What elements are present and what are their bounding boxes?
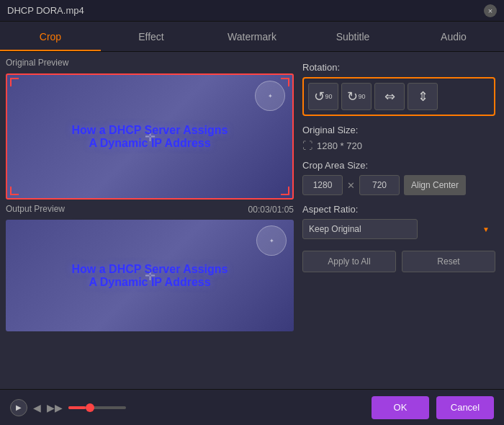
final-buttons: OK Cancel	[372, 396, 494, 419]
ok-button[interactable]: OK	[372, 396, 429, 419]
cancel-button[interactable]: Cancel	[436, 396, 494, 419]
rotate-ccw-button[interactable]: ↺90	[308, 83, 338, 110]
output-preview-label: Output Preview	[6, 204, 65, 214]
tab-crop[interactable]: Crop	[0, 22, 101, 51]
tab-watermark[interactable]: Watermark	[202, 22, 302, 51]
original-preview-label: Original Preview	[6, 58, 294, 68]
rotation-buttons-group: ↺90 ↻90 ⇔ ⇕	[302, 77, 495, 116]
original-preview-box: ✦ ✛ How a DHCP Server Assigns A Dynamic …	[6, 73, 294, 200]
crop-area-section: Crop Area Size: ✕ Align Center	[302, 160, 495, 195]
watermark-original: ✦	[255, 81, 285, 111]
output-preview-box: ✦ ✛ How a DHCP Server Assigns A Dynamic …	[6, 220, 294, 331]
corner-tl	[10, 78, 19, 86]
flip-vertical-button[interactable]: ⇕	[408, 83, 438, 110]
timecode: 00:03/01:05	[248, 205, 294, 215]
aspect-select-wrapper: Keep Original 16:9 4:3 1:1 9:16 ▼	[302, 219, 495, 239]
playback-controls: ▶ ◀ ▶▶	[10, 399, 126, 416]
original-size-section: Original Size: ⛶ 1280 * 720	[302, 125, 495, 151]
align-center-button[interactable]: Align Center	[404, 175, 466, 195]
corner-bl	[10, 187, 19, 195]
tab-audio[interactable]: Audio	[403, 22, 504, 51]
rotate-cw-button[interactable]: ↻90	[341, 83, 372, 110]
rotation-section: Rotation: ↺90 ↻90 ⇔ ⇕	[302, 62, 495, 116]
aspect-ratio-section: Aspect Ratio: Keep Original 16:9 4:3 1:1…	[302, 204, 495, 239]
tab-bar: Crop Effect Watermark Subtitle Audio	[0, 22, 504, 52]
original-size-value: 1280 * 720	[317, 140, 362, 151]
size-icon: ⛶	[302, 140, 312, 151]
prev-frame-button[interactable]: ◀	[33, 402, 41, 413]
original-size-row: ⛶ 1280 * 720	[302, 140, 495, 151]
progress-thumb	[86, 403, 94, 412]
video-text-output: How a DHCP Server Assigns A Dynamic IP A…	[72, 263, 228, 289]
rotation-label: Rotation:	[302, 62, 495, 73]
aspect-ratio-select[interactable]: Keep Original 16:9 4:3 1:1 9:16	[302, 219, 418, 239]
watermark-output: ✦	[256, 225, 287, 256]
output-preview-header: Output Preview 00:03/01:05	[6, 204, 294, 215]
crop-height-input[interactable]	[359, 175, 400, 195]
tab-effect[interactable]: Effect	[101, 22, 202, 51]
tab-subtitle[interactable]: Subtitle	[302, 22, 403, 51]
crop-area-label: Crop Area Size:	[302, 160, 495, 171]
title-bar: DHCP DORA.mp4 ×	[0, 0, 504, 22]
close-button[interactable]: ×	[484, 4, 497, 17]
next-frame-button[interactable]: ▶▶	[47, 402, 63, 413]
select-arrow-icon: ▼	[482, 225, 490, 233]
progress-slider[interactable]	[68, 406, 126, 409]
aspect-ratio-label: Aspect Ratio:	[302, 204, 495, 215]
multiply-sign: ✕	[347, 180, 355, 191]
progress-fill	[68, 406, 86, 409]
corner-br	[281, 187, 289, 195]
crop-area-row: ✕ Align Center	[302, 175, 495, 195]
preview-panel: Original Preview ✦ ✛ How a DHCP Server A…	[6, 58, 294, 383]
flip-horizontal-button[interactable]: ⇔	[374, 83, 405, 110]
video-text-original: How a DHCP Server Assigns A Dynamic IP A…	[72, 124, 228, 150]
apply-to-all-button[interactable]: Apply to All	[302, 251, 396, 272]
play-button[interactable]: ▶	[10, 399, 27, 416]
crop-width-input[interactable]	[302, 175, 343, 195]
corner-tr	[281, 78, 289, 86]
bottom-bar: ▶ ◀ ▶▶ OK Cancel	[0, 389, 504, 425]
original-size-label: Original Size:	[302, 125, 495, 135]
main-content: Original Preview ✦ ✛ How a DHCP Server A…	[0, 52, 504, 389]
controls-panel: Rotation: ↺90 ↻90 ⇔ ⇕ Original Size: ⛶ 1…	[300, 58, 498, 383]
reset-button[interactable]: Reset	[402, 251, 495, 272]
action-row: Apply to All Reset	[302, 251, 495, 272]
window-title: DHCP DORA.mp4	[7, 5, 84, 16]
